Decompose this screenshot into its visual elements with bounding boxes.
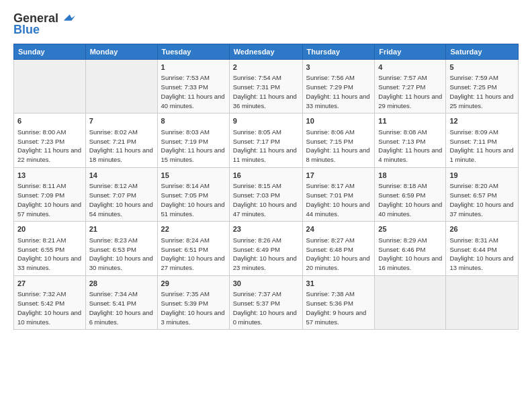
calendar-cell: 29Sunrise: 7:35 AMSunset: 5:39 PMDayligh… [157,275,229,329]
calendar-cell: 19Sunrise: 8:20 AMSunset: 6:57 PMDayligh… [446,167,519,221]
day-number: 10 [306,116,371,126]
day-number: 27 [17,279,82,289]
calendar-cell [375,275,446,329]
calendar-cell: 31Sunrise: 7:38 AMSunset: 5:36 PMDayligh… [302,275,375,329]
calendar-cell: 25Sunrise: 8:29 AMSunset: 6:46 PMDayligh… [375,222,446,275]
day-info: Sunrise: 8:00 AMSunset: 7:23 PMDaylight:… [17,128,82,165]
calendar-table: SundayMondayTuesdayWednesdayThursdayFrid… [13,44,519,330]
calendar-cell: 4Sunrise: 7:57 AMSunset: 7:27 PMDaylight… [375,60,446,113]
calendar-cell: 1Sunrise: 7:53 AMSunset: 7:33 PMDaylight… [157,60,229,113]
day-info: Sunrise: 7:56 AMSunset: 7:29 PMDaylight:… [306,73,371,110]
calendar-cell: 18Sunrise: 8:18 AMSunset: 6:59 PMDayligh… [375,167,446,221]
day-info: Sunrise: 7:34 AMSunset: 5:41 PMDaylight:… [89,289,154,326]
weekday-header-saturday: Saturday [446,44,519,60]
weekday-header-wednesday: Wednesday [229,44,302,60]
day-number: 9 [233,116,299,126]
day-info: Sunrise: 8:06 AMSunset: 7:15 PMDaylight:… [306,128,371,165]
day-number: 16 [233,171,299,181]
day-number: 4 [378,62,442,73]
day-number: 20 [17,224,82,234]
day-info: Sunrise: 7:54 AMSunset: 7:31 PMDaylight:… [233,73,299,110]
week-row-1: 1Sunrise: 7:53 AMSunset: 7:33 PMDaylight… [14,60,519,113]
day-info: Sunrise: 8:03 AMSunset: 7:19 PMDaylight:… [161,128,226,165]
week-row-2: 6Sunrise: 8:00 AMSunset: 7:23 PMDaylight… [14,113,519,167]
day-number: 18 [378,171,442,181]
day-number: 14 [89,171,154,181]
day-info: Sunrise: 7:35 AMSunset: 5:39 PMDaylight:… [161,289,226,326]
day-info: Sunrise: 8:27 AMSunset: 6:48 PMDaylight:… [306,236,371,273]
day-info: Sunrise: 8:05 AMSunset: 7:17 PMDaylight:… [233,128,299,165]
day-info: Sunrise: 8:17 AMSunset: 7:01 PMDaylight:… [306,181,371,218]
day-number: 12 [449,116,515,126]
day-number: 8 [161,116,226,126]
day-number: 2 [233,62,299,73]
day-number: 26 [449,224,515,234]
calendar-cell: 27Sunrise: 7:32 AMSunset: 5:42 PMDayligh… [14,275,86,329]
weekday-header-monday: Monday [85,44,157,60]
calendar-cell: 3Sunrise: 7:56 AMSunset: 7:29 PMDaylight… [302,60,375,113]
day-info: Sunrise: 7:53 AMSunset: 7:33 PMDaylight:… [161,73,226,110]
day-number: 3 [306,62,371,73]
logo-blue: Blue [13,23,40,37]
calendar-cell: 22Sunrise: 8:24 AMSunset: 6:51 PMDayligh… [157,222,229,275]
logo-bird-icon [60,11,75,26]
day-info: Sunrise: 7:32 AMSunset: 5:42 PMDaylight:… [17,289,82,326]
day-info: Sunrise: 8:18 AMSunset: 6:59 PMDaylight:… [378,181,442,218]
day-number: 21 [89,224,154,234]
calendar-cell: 24Sunrise: 8:27 AMSunset: 6:48 PMDayligh… [302,222,375,275]
day-number: 15 [161,171,226,181]
day-number: 6 [17,116,82,126]
day-number: 25 [378,224,442,234]
logo: General Blue [13,11,75,37]
day-info: Sunrise: 8:11 AMSunset: 7:09 PMDaylight:… [17,181,82,218]
week-row-4: 20Sunrise: 8:21 AMSunset: 6:55 PMDayligh… [14,222,519,275]
calendar-cell: 13Sunrise: 8:11 AMSunset: 7:09 PMDayligh… [14,167,86,221]
header: General Blue [13,11,519,37]
calendar-cell: 15Sunrise: 8:14 AMSunset: 7:05 PMDayligh… [157,167,229,221]
day-number: 13 [17,171,82,181]
calendar-cell: 30Sunrise: 7:37 AMSunset: 5:37 PMDayligh… [229,275,302,329]
calendar-cell: 11Sunrise: 8:08 AMSunset: 7:13 PMDayligh… [375,113,446,167]
day-number: 1 [161,62,226,73]
day-info: Sunrise: 7:59 AMSunset: 7:25 PMDaylight:… [449,73,515,110]
svg-marker-0 [64,15,76,21]
day-number: 30 [233,279,299,289]
weekday-header-friday: Friday [375,44,446,60]
calendar-page: General Blue SundayMondayTuesdayWednesda… [0,0,532,411]
weekday-header-thursday: Thursday [302,44,375,60]
day-info: Sunrise: 8:20 AMSunset: 6:57 PMDaylight:… [449,181,515,218]
day-number: 5 [449,62,515,73]
day-info: Sunrise: 8:12 AMSunset: 7:07 PMDaylight:… [89,181,154,218]
day-info: Sunrise: 8:21 AMSunset: 6:55 PMDaylight:… [17,236,82,273]
day-info: Sunrise: 7:37 AMSunset: 5:37 PMDaylight:… [233,289,299,326]
day-info: Sunrise: 8:24 AMSunset: 6:51 PMDaylight:… [161,236,226,273]
calendar-cell [446,275,519,329]
day-info: Sunrise: 8:31 AMSunset: 6:44 PMDaylight:… [449,236,515,273]
day-info: Sunrise: 8:02 AMSunset: 7:21 PMDaylight:… [89,128,154,165]
calendar-cell: 8Sunrise: 8:03 AMSunset: 7:19 PMDaylight… [157,113,229,167]
day-info: Sunrise: 7:38 AMSunset: 5:36 PMDaylight:… [306,289,371,326]
day-number: 22 [161,224,226,234]
day-number: 11 [378,116,442,126]
day-number: 28 [89,279,154,289]
calendar-cell: 2Sunrise: 7:54 AMSunset: 7:31 PMDaylight… [229,60,302,113]
day-info: Sunrise: 8:29 AMSunset: 6:46 PMDaylight:… [378,236,442,273]
calendar-cell [14,60,86,113]
day-info: Sunrise: 8:26 AMSunset: 6:49 PMDaylight:… [233,236,299,273]
calendar-cell: 20Sunrise: 8:21 AMSunset: 6:55 PMDayligh… [14,222,86,275]
calendar-cell: 12Sunrise: 8:09 AMSunset: 7:11 PMDayligh… [446,113,519,167]
calendar-cell: 17Sunrise: 8:17 AMSunset: 7:01 PMDayligh… [302,167,375,221]
calendar-cell: 16Sunrise: 8:15 AMSunset: 7:03 PMDayligh… [229,167,302,221]
calendar-cell: 23Sunrise: 8:26 AMSunset: 6:49 PMDayligh… [229,222,302,275]
calendar-cell: 10Sunrise: 8:06 AMSunset: 7:15 PMDayligh… [302,113,375,167]
weekday-header-row: SundayMondayTuesdayWednesdayThursdayFrid… [14,44,519,60]
calendar-cell: 28Sunrise: 7:34 AMSunset: 5:41 PMDayligh… [85,275,157,329]
week-row-5: 27Sunrise: 7:32 AMSunset: 5:42 PMDayligh… [14,275,519,329]
day-info: Sunrise: 8:15 AMSunset: 7:03 PMDaylight:… [233,181,299,218]
day-info: Sunrise: 8:09 AMSunset: 7:11 PMDaylight:… [449,128,515,165]
calendar-cell [85,60,157,113]
calendar-cell: 6Sunrise: 8:00 AMSunset: 7:23 PMDaylight… [14,113,86,167]
day-number: 24 [306,224,371,234]
weekday-header-tuesday: Tuesday [157,44,229,60]
day-number: 31 [306,279,371,289]
